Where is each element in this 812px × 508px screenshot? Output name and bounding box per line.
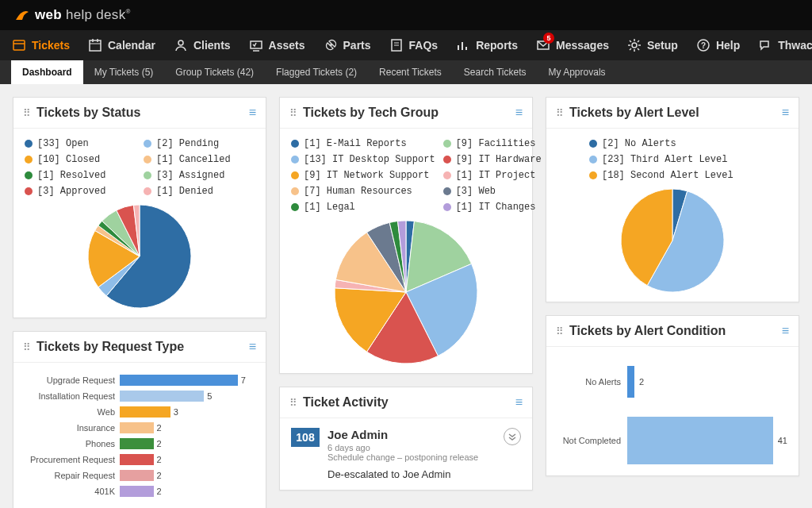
bar-value: 2 [157,423,162,433]
nav-label: Parts [343,39,371,52]
subtab-search-tickets[interactable]: Search Tickets [453,60,538,84]
legend-item: [2] Pending [144,138,255,149]
legend-item: [1] Resolved [25,170,136,181]
drag-handle-icon[interactable]: ⠿ [23,107,30,119]
bar-row: Procurement Request2 [25,452,255,468]
legend-text: [1] IT Changes [456,202,536,213]
legend-dot [291,140,299,148]
svg-text:?: ? [701,41,706,50]
legend-item: [3] Assigned [144,170,255,181]
drag-handle-icon[interactable]: ⠿ [289,397,297,409]
subtab-dashboard[interactable]: Dashboard [11,60,83,84]
legend-text: [1] IT Project [456,170,536,181]
subtab-group-tickets-[interactable]: Group Tickets (42) [164,60,265,84]
nav-parts[interactable]: Parts [323,37,371,53]
panel-title: Tickets by Alert Level [569,106,782,120]
legend-item: [3] Approved [25,186,136,197]
legend-dot [589,171,597,179]
legend-item: [10] Closed [25,154,136,165]
bar-row: Web3 [25,404,255,420]
panel-title: Tickets by Tech Group [303,106,515,120]
legend-text: [7] Human Resources [304,186,412,197]
help-icon: ? [695,37,711,53]
brand-logo: web help desk® [14,7,131,23]
legend-item: [23] Third Alert Level [589,154,787,165]
drag-handle-icon[interactable]: ⠿ [289,107,297,119]
nav-faqs[interactable]: FAQs [389,37,439,53]
legend-dot [291,171,299,179]
subtab-flagged-tickets-[interactable]: Flagged Tickets (2) [265,60,368,84]
legend-item: [1] Denied [144,186,255,197]
panel-menu-icon[interactable]: ≡ [515,395,523,410]
ticket-number-badge[interactable]: 108 [291,428,320,447]
bar [120,454,154,465]
nav-clients[interactable]: Clients [173,37,231,53]
legend-dot [291,156,299,164]
setup-icon [626,37,642,53]
bar-label: Repair Request [25,471,120,480]
legend-text: [2] No Alerts [602,138,676,149]
expand-icon[interactable] [504,428,521,445]
panel-title: Ticket Activity [303,395,515,410]
thwack-icon [757,37,773,53]
legend-text: [9] IT Network Support [304,170,429,181]
nav-assets[interactable]: Assets [248,37,305,53]
legend-dot [144,187,151,195]
legend-text: [3] Web [456,186,496,197]
legend-dot [25,140,33,148]
cond-bar [627,417,773,464]
bar-value: 2 [157,487,162,496]
bar-chart-alert-condition: No Alerts2Not Completed41 [546,366,799,475]
nav-thwack[interactable]: Thwack [757,37,812,53]
sub-nav: DashboardMy Tickets (5)Group Tickets (42… [0,60,812,84]
nav-setup[interactable]: Setup [626,37,678,53]
drag-handle-icon[interactable]: ⠿ [556,325,563,337]
bar-value: 5 [207,391,212,401]
panel-menu-icon[interactable]: ≡ [782,324,789,338]
bar [120,438,154,449]
nav-help[interactable]: ?Help [695,37,740,53]
subtab-recent-tickets[interactable]: Recent Tickets [368,60,453,84]
tickets-icon [11,37,27,53]
activity-age: 6 days ago [327,443,496,452]
legend-item: [2] No Alerts [589,138,787,149]
legend-dot [443,203,451,211]
panel-tickets-by-status: ⠿ Tickets by Status ≡ [33] Open[2] Pendi… [13,97,266,318]
nav-reports[interactable]: Reports [455,37,518,53]
panel-menu-icon[interactable]: ≡ [515,106,523,120]
dashboard-grid: ⠿ Tickets by Status ≡ [33] Open[2] Pendi… [0,84,812,508]
nav-label: Help [716,39,740,52]
bar [120,486,154,497]
nav-tickets[interactable]: Tickets [11,37,70,53]
panel-menu-icon[interactable]: ≡ [249,340,256,354]
legend-item: [33] Open [25,138,136,149]
legend-dot [25,171,33,179]
nav-messages[interactable]: Messages5 [535,37,609,53]
bar [120,470,154,481]
subtab-my-approvals[interactable]: My Approvals [538,60,617,84]
pie-chart-status [88,205,191,308]
panel-menu-icon[interactable]: ≡ [782,106,789,120]
nav-label: Thwack [778,39,812,52]
bar-label: Installation Request [25,391,120,401]
drag-handle-icon[interactable]: ⠿ [556,107,563,119]
parts-icon [323,37,339,53]
legend-text: [1] Resolved [37,170,105,181]
clients-icon [173,37,189,53]
cond-row: No Alerts2 [557,366,787,398]
badge: 5 [543,33,554,44]
legend-dot [443,171,451,179]
assets-icon [248,37,264,53]
legend-text: [1] Denied [156,186,213,197]
brand-bar: web help desk® [0,0,812,30]
nav-calendar[interactable]: Calendar [87,37,155,53]
panel-menu-icon[interactable]: ≡ [249,106,256,120]
nav-label: Calendar [108,39,155,52]
subtab-my-tickets-[interactable]: My Tickets (5) [83,60,165,84]
legend-text: [1] E-Mail Reports [304,138,407,149]
legend-dot [25,156,33,164]
panel-title: Tickets by Request Type [36,340,249,354]
drag-handle-icon[interactable]: ⠿ [23,341,30,353]
legend-dot [291,203,299,211]
pie-chart-tech [335,221,477,364]
